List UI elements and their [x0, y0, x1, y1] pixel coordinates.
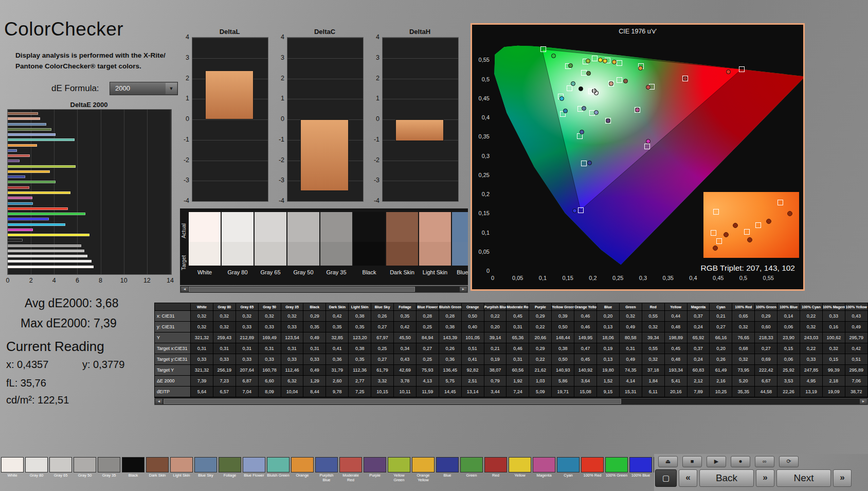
scroll-right-icon[interactable]: ► — [460, 287, 467, 292]
table-cell: 0,45 — [665, 343, 688, 354]
table-scrollbar[interactable]: ◄ ► — [154, 398, 868, 405]
bottom-swatch[interactable]: Red — [484, 457, 507, 483]
table-cell: 0,19 — [484, 354, 507, 365]
table-cell: 0,22 — [529, 322, 552, 332]
table-column-header: Green — [620, 303, 642, 311]
cie-measured-marker — [606, 118, 610, 123]
bottom-swatch[interactable]: Yellow Green — [388, 457, 410, 483]
bottom-swatch[interactable]: 100% Green — [605, 457, 628, 483]
strip-scrollbar-thumb[interactable] — [189, 287, 415, 292]
table-cell: 2,51 — [462, 376, 484, 387]
bottom-swatch[interactable]: Dark Skin — [146, 457, 169, 483]
bottom-swatch[interactable]: Cyan — [557, 457, 580, 483]
table-cell: 39,34 — [642, 332, 665, 343]
strip-patch[interactable]: Gray 80 — [222, 212, 254, 285]
cie-target-marker — [592, 56, 598, 61]
bottom-swatch[interactable]: 100% Blue — [629, 457, 652, 483]
deltae-tick-label: 10 — [120, 277, 128, 284]
bottom-swatch[interactable]: Blue — [436, 457, 459, 483]
bottom-swatch[interactable]: Gray 35 — [98, 457, 120, 483]
bottom-swatch-color — [339, 457, 362, 472]
bottom-swatch[interactable]: Blue Flower — [243, 457, 265, 483]
bottom-swatch[interactable]: Green — [460, 457, 483, 483]
loop-icon-button[interactable]: ∞ — [755, 456, 774, 467]
bottom-swatch[interactable]: Purplish Blue — [315, 457, 338, 483]
chevron-down-icon[interactable]: ▼ — [166, 83, 177, 94]
inset-measured-marker — [787, 211, 792, 216]
inset-target-marker — [777, 200, 783, 205]
table-cell: 6,57 — [213, 387, 236, 397]
scroll-left-icon[interactable]: ◄ — [155, 399, 162, 404]
table-cell: 0,69 — [755, 354, 777, 365]
deltae-tick-label: 2 — [29, 277, 33, 284]
bottom-swatch[interactable]: White — [1, 457, 24, 483]
bottom-swatch-bar: WhiteGray 80Gray 65Gray 50Gray 35BlackDa… — [1, 457, 725, 483]
cie-measured-marker — [635, 108, 640, 112]
bottom-swatch[interactable]: Magenta — [533, 457, 555, 483]
bottom-swatch[interactable]: Gray 65 — [49, 457, 72, 483]
strip-patch[interactable]: Gray 35 — [320, 212, 352, 285]
next-chevron-icon[interactable]: » — [756, 469, 774, 487]
table-cell: 321,32 — [191, 365, 213, 376]
delta-gridline — [383, 79, 458, 79]
table-cell: 0,24 — [688, 322, 710, 332]
table-cell: 0,43 — [394, 354, 417, 365]
table-cell: 10,04 — [281, 387, 304, 397]
scroll-right-icon[interactable]: ► — [860, 399, 867, 404]
table-cell: 0,32 — [620, 311, 642, 322]
results-table: WhiteGray 80Gray 65Gray 50Gray 35BlackDa… — [154, 303, 868, 398]
strip-patch[interactable]: Gray 50 — [287, 212, 319, 285]
bottom-swatch[interactable]: Orange Yellow — [412, 457, 435, 483]
bottom-swatch[interactable]: Yellow — [509, 457, 531, 483]
record-icon-button[interactable]: ⏺ — [731, 456, 750, 467]
de-formula-value: 2000 — [115, 84, 130, 92]
deltae-gridline — [147, 110, 148, 274]
bottom-swatch[interactable]: 100% Red — [581, 457, 604, 483]
bottom-swatch[interactable]: Foliage — [219, 457, 241, 483]
table-corner-cell — [155, 303, 191, 311]
strip-patch-label: Gray 65 — [255, 266, 286, 275]
strip-patch[interactable]: Light Skin — [419, 212, 451, 285]
bottom-swatch[interactable]: Moderate Red — [339, 457, 362, 483]
table-cell: 0,22 — [800, 311, 823, 322]
layout-icon-button[interactable]: ▢ — [655, 469, 677, 487]
page-description: Display analysis is performed with the X… — [15, 50, 185, 72]
bottom-swatch[interactable]: Light Skin — [170, 457, 193, 483]
table-cell: 0,49 — [845, 322, 868, 332]
strip-patch[interactable]: Dark Skin — [386, 212, 418, 285]
table-cell: 0,32 — [732, 354, 755, 365]
bottom-swatch-label: Blue Flower — [243, 474, 265, 483]
table-cell: 101,05 — [462, 332, 484, 343]
table-scrollbar-thumb[interactable] — [164, 399, 621, 404]
bottom-swatch[interactable]: Gray 80 — [25, 457, 48, 483]
back-button[interactable]: Back — [699, 469, 754, 487]
bottom-swatch[interactable]: Bluish Green — [267, 457, 290, 483]
scroll-left-icon[interactable]: ◄ — [181, 287, 188, 292]
play-icon-button[interactable]: ▶ — [707, 456, 726, 467]
strip-actual-color — [452, 212, 468, 242]
strip-patch[interactable]: Black — [353, 212, 385, 285]
bottom-swatch[interactable]: Gray 50 — [74, 457, 96, 483]
cie-measured-marker — [571, 81, 575, 86]
eject-icon-button[interactable]: ⏏ — [658, 456, 678, 467]
strip-patch[interactable]: Blue Sky — [452, 212, 468, 285]
deltae-bar — [8, 138, 75, 141]
strip-patch[interactable]: Gray 65 — [255, 212, 286, 285]
bottom-swatch[interactable]: Purple — [364, 457, 386, 483]
bottom-swatch[interactable]: Orange — [291, 457, 314, 483]
cie-x-tick-label: 0,2 — [589, 275, 596, 281]
refresh-icon-button[interactable]: ⟳ — [779, 456, 799, 467]
table-cell: 61,49 — [710, 365, 732, 376]
strip-patch[interactable]: White — [189, 212, 221, 285]
de-formula-dropdown[interactable]: 2000 ▼ — [110, 82, 178, 95]
cie-measured-marker — [638, 66, 643, 71]
deltae-gridline — [124, 110, 124, 274]
bottom-swatch[interactable]: Blue Sky — [194, 457, 217, 483]
stop-icon-button[interactable]: ■ — [682, 456, 702, 467]
strip-scrollbar[interactable]: ◄ ► — [180, 286, 468, 293]
last-chevron-icon[interactable]: » — [833, 469, 852, 487]
bottom-swatch[interactable]: Black — [122, 457, 144, 483]
table-cell: 5,09 — [529, 387, 552, 397]
next-button[interactable]: Next — [776, 469, 831, 487]
back-chevron-icon[interactable]: « — [679, 469, 697, 487]
